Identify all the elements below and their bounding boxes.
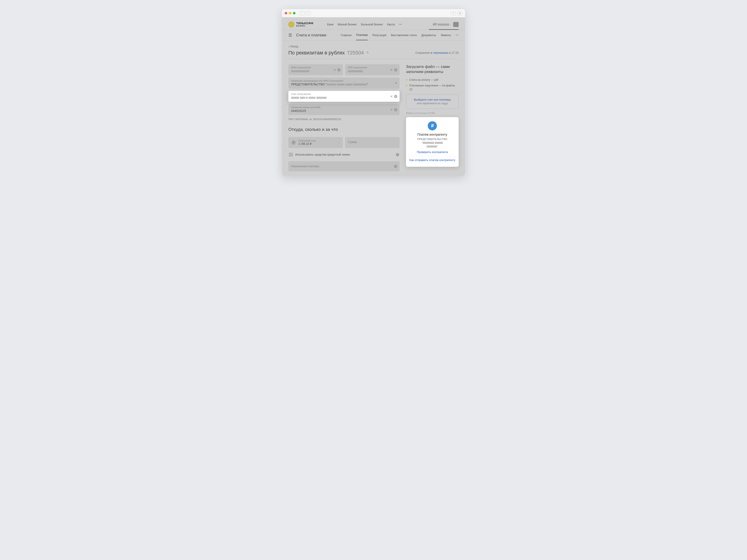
nav-bank[interactable]: Банк — [327, 23, 334, 26]
subnav-more-icon[interactable]: ••• — [456, 34, 459, 37]
logo[interactable]: ТИНЬКОФФ БИЗНЕС — [288, 22, 313, 27]
maximize-window-icon[interactable] — [293, 12, 295, 15]
subnav-main[interactable]: Главное — [341, 34, 352, 37]
verify-counterparty-link[interactable]: Проверить контрагента — [409, 151, 456, 154]
org-field[interactable]: Название организации или ФИО получателя … — [288, 78, 400, 88]
forward-arrow-icon[interactable]: › — [306, 11, 311, 15]
window-titlebar: ‹ › ⇧ ⧉ — [282, 9, 465, 18]
nav-small-biz[interactable]: Малый бизнес — [338, 23, 357, 26]
card-org: ПРЕДСТАВИТЕЛЬСТВО " " — [409, 137, 456, 148]
drafts-link[interactable]: в черновиках — [431, 51, 448, 54]
file-dropzone[interactable]: Выберите счет или платежку или перетянит… — [406, 94, 459, 109]
counterparty-card: ₽ Платеж контрагенту ПРЕДСТАВИТЕЛЬСТВО "… — [406, 117, 459, 167]
logo-main: ТИНЬКОФФ — [296, 22, 313, 25]
subnav-payments[interactable]: Платежи — [356, 33, 368, 40]
back-arrow-icon[interactable]: ‹ — [300, 11, 305, 15]
sum-field[interactable]: Сумма — [345, 137, 400, 148]
back-link[interactable]: ‹ Назад — [288, 45, 459, 48]
bank-field[interactable]: Название банка или БИК 044525225 ✕ ? — [288, 104, 400, 115]
account-field[interactable]: Счет получателя ✕ ? — [288, 91, 400, 102]
bullet-txt: Платежные поручения — txt-файлы 1С — [406, 84, 459, 91]
section2-title: Откуда, сколько и за что — [288, 127, 400, 132]
clear-icon[interactable]: ✕ — [390, 95, 393, 98]
top-nav: Банк Малый бизнес Большой бизнес Касса •… — [327, 23, 402, 26]
close-window-icon[interactable] — [285, 12, 287, 15]
how-to-send-link[interactable]: Как отправить платеж контрагенту — [409, 159, 456, 162]
user-menu-icon[interactable] — [453, 22, 459, 27]
bullet-pdf: Счета на оплату — pdf — [406, 78, 459, 82]
purpose-field[interactable]: Назначение платежа ? — [288, 161, 400, 171]
file-size-note: Файлы не больше 10 МБ — [406, 112, 459, 114]
clear-icon[interactable]: ✕ — [395, 81, 397, 85]
logo-sub: БИЗНЕС — [296, 25, 313, 27]
subnav-invoice[interactable]: Выставление счета — [391, 34, 417, 37]
nav-big-biz[interactable]: Большой бизнес — [361, 23, 383, 26]
page-title: По реквизитам в рублях 725504 ✎ — [288, 50, 369, 56]
subheader: ☰ Счета и платежи Главное Платежи Репута… — [282, 30, 465, 41]
menu-icon[interactable]: ☰ — [288, 33, 292, 38]
subnav-reputation[interactable]: Репутация — [372, 34, 386, 37]
credit-line-checkbox[interactable]: Использовать средства кредитной линии ? — [288, 150, 400, 159]
help-icon[interactable]: ? — [394, 108, 397, 111]
checkbox-icon — [289, 153, 293, 157]
help-icon[interactable]: ? — [337, 68, 340, 71]
subnav-docs[interactable]: Документы — [421, 34, 436, 37]
app-header: ТИНЬКОФФ БИЗНЕС Банк Малый бизнес Большо… — [282, 18, 465, 31]
tabs-icon[interactable]: ⧉ — [457, 11, 462, 15]
help-icon[interactable]: ? — [396, 153, 399, 156]
kpp-field[interactable]: КПП получателя ✕ ? — [345, 64, 400, 75]
nav-kassa[interactable]: Касса — [387, 23, 395, 26]
upload-title: Загрузите файл — сами заполним реквизиты — [406, 64, 459, 74]
chevron-left-icon: ‹ — [288, 45, 289, 48]
share-icon[interactable]: ⇧ — [451, 11, 456, 15]
subnav-limits[interactable]: Лимиты — [441, 34, 451, 37]
user-label[interactable]: ИП . — [433, 23, 451, 26]
inn-field[interactable]: ИНН получателя ✕ ? — [288, 64, 343, 75]
help-icon[interactable]: ? — [394, 68, 397, 71]
ruble-icon: ₽ — [291, 140, 296, 145]
saved-info: Сохранено в черновиках в 17:15 — [415, 51, 459, 54]
logo-icon — [288, 22, 294, 27]
chevron-down-icon: ⌄ — [338, 141, 340, 144]
clear-icon[interactable]: ✕ — [333, 68, 336, 72]
nav-more-icon[interactable]: ••• — [399, 23, 402, 26]
help-icon[interactable]: ? — [394, 165, 397, 168]
minimize-window-icon[interactable] — [289, 12, 291, 15]
clear-icon[interactable]: ✕ — [390, 68, 393, 72]
bank-info-line: ПАО СБЕРБАНК, к/с 30101810400000000225 — [288, 118, 400, 121]
ruble-badge-icon: ₽ — [428, 121, 437, 130]
help-icon[interactable]: ? — [394, 95, 397, 98]
section-title: Счета и платежи — [296, 33, 326, 37]
source-account-select[interactable]: ₽ Рублевый счет 2 295,10 ₽ ⌄ — [288, 137, 343, 148]
edit-icon[interactable]: ✎ — [366, 51, 369, 55]
clear-icon[interactable]: ✕ — [390, 108, 393, 111]
